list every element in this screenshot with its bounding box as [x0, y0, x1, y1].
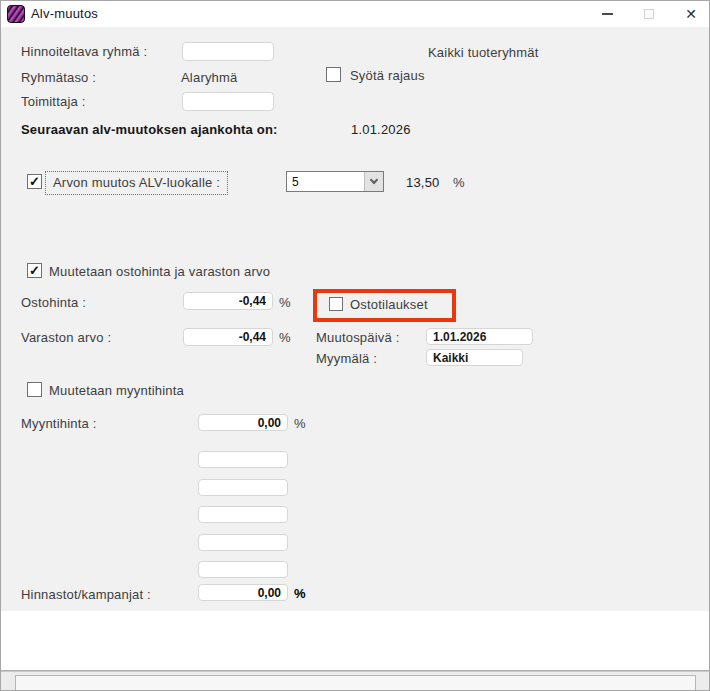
myymala-input[interactable]: [426, 349, 523, 366]
muutospaiva-label: Muutospäivä :: [316, 330, 400, 345]
price-extra-input-4[interactable]: [198, 534, 288, 551]
ostohinta-input[interactable]: [183, 292, 273, 310]
myyntihinta-percent-sign: %: [294, 416, 306, 431]
hinnoiteltava-ryhma-label: Hinnoiteltava ryhmä :: [21, 44, 147, 59]
ostohinta-percent-sign: %: [279, 295, 291, 310]
myymala-label: Myymälä :: [316, 351, 377, 366]
price-extra-input-2[interactable]: [198, 479, 288, 496]
button-strip: MUUTA F2 LISTA F3 POISTU F10: [1, 611, 709, 670]
arvon-muutos-alv-label[interactable]: Arvon muutos ALV-luokalle :: [45, 171, 228, 195]
app-icon: [7, 5, 25, 23]
alv-muutos-dialog: Alv-muutos ✕ Hinnoiteltava ryhmä : Kaikk…: [0, 0, 710, 691]
window-title: Alv-muutos: [31, 6, 98, 21]
chevron-down-icon: [370, 176, 378, 184]
ryhmataso-label: Ryhmätaso :: [21, 70, 96, 85]
syota-rajaus-label: Syötä rajaus: [350, 68, 425, 83]
hinnastot-percent-sign: %: [294, 586, 306, 601]
minimize-button[interactable]: [585, 1, 629, 27]
hinnoiteltava-ryhma-input[interactable]: [182, 42, 274, 61]
ostohinta-label: Ostohinta :: [21, 295, 86, 310]
alv-class-selected-value: 5: [287, 172, 364, 191]
myyntihinta-label: Myyntihinta :: [21, 416, 97, 431]
muutetaan-ostohinta-label: Muutetaan ostohinta ja varaston arvo: [49, 264, 270, 279]
maximize-button: [627, 1, 671, 27]
combo-dropdown-button[interactable]: [364, 172, 383, 191]
maximize-icon: [644, 9, 654, 19]
ostotilaukset-label: Ostotilaukset: [350, 297, 428, 312]
varaston-arvo-input[interactable]: [183, 328, 273, 346]
ryhmataso-value: Alaryhmä: [181, 70, 238, 85]
price-extra-input-3[interactable]: [198, 506, 288, 523]
muutetaan-myyntihinta-checkbox[interactable]: [27, 382, 42, 397]
muutetaan-myyntihinta-label: Muutetaan myyntihinta: [49, 383, 184, 398]
varaston-arvo-label: Varaston arvo :: [21, 330, 111, 345]
price-extra-input-5[interactable]: [198, 561, 288, 578]
myyntihinta-input[interactable]: [198, 414, 288, 431]
status-panel: [15, 675, 696, 691]
seuraava-alv-muutos-date: 1.01.2026: [351, 122, 411, 137]
syota-rajaus-checkbox[interactable]: [326, 67, 341, 82]
kaikki-tuoteryhmat-text: Kaikki tuoteryhmät: [428, 45, 539, 60]
hinnastot-kampanjat-input[interactable]: [198, 584, 288, 601]
alv-class-select[interactable]: 5: [286, 171, 384, 192]
close-icon: ✕: [685, 7, 697, 21]
hinnastot-kampanjat-label: Hinnastot/kampanjat :: [21, 587, 151, 602]
alv-percent-value: 13,50: [406, 175, 440, 190]
toimittaja-input[interactable]: [182, 92, 274, 111]
close-button[interactable]: ✕: [669, 1, 710, 27]
status-bar: [1, 672, 709, 691]
alv-percent-sign: %: [453, 175, 465, 190]
ostotilaukset-checkbox[interactable]: [329, 297, 343, 311]
muutospaiva-input[interactable]: [426, 328, 533, 345]
price-extra-input-1[interactable]: [198, 451, 288, 468]
varaston-percent-sign: %: [279, 330, 291, 345]
toimittaja-label: Toimittaja :: [21, 94, 86, 109]
minimize-icon: [602, 13, 613, 15]
seuraava-alv-muutos-label: Seuraavan alv-muutoksen ajankohta on:: [21, 122, 278, 137]
title-bar: Alv-muutos ✕: [1, 1, 709, 27]
arvon-muutos-alv-checkbox[interactable]: [27, 174, 42, 189]
muutetaan-ostohinta-checkbox[interactable]: [27, 263, 42, 278]
